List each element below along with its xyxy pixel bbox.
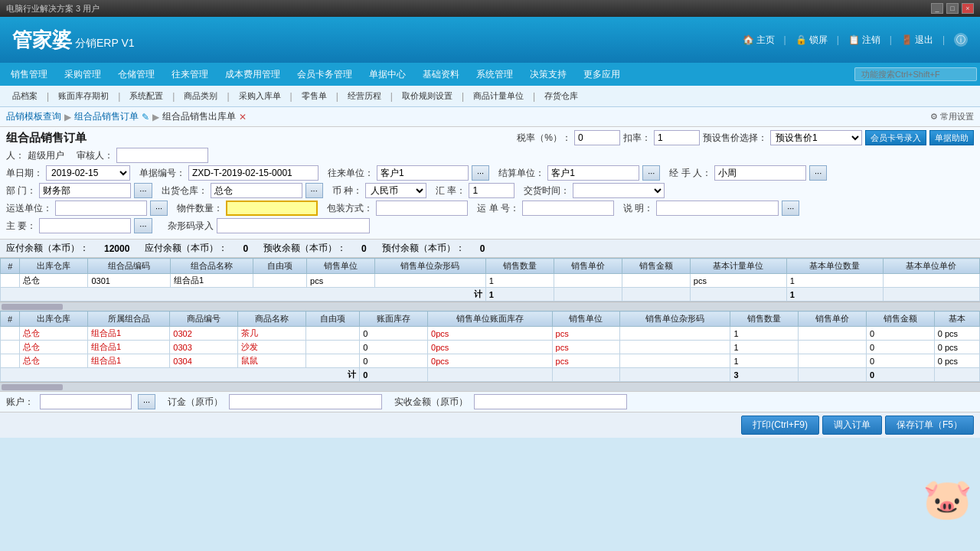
warehouse-btn[interactable]: ···	[305, 183, 323, 198]
sub-item-4[interactable]: 采购入库单	[233, 89, 287, 103]
lock-btn[interactable]: 🔒 锁屏	[795, 34, 828, 47]
lower-col-no: #	[1, 311, 20, 327]
docno-input[interactable]	[188, 165, 318, 181]
sub-item-2[interactable]: 系统配置	[123, 89, 169, 103]
menu-purchase[interactable]: 采购管理	[57, 65, 109, 84]
tax-input[interactable]	[574, 130, 620, 145]
page-title: 组合品销售订单	[6, 131, 87, 145]
packaging-input[interactable]	[376, 201, 468, 216]
menu-more[interactable]: 更多应用	[576, 65, 628, 84]
settlement-btn[interactable]: ···	[642, 165, 660, 181]
menu-search-input[interactable]	[854, 67, 977, 81]
sub-item-7[interactable]: 取价规则设置	[396, 89, 459, 103]
upper-scrollbar-thumb[interactable]	[2, 304, 63, 310]
account-input[interactable]	[40, 394, 132, 409]
shipping-unit-label: 运送单位：	[6, 202, 52, 215]
transaction-time-select[interactable]	[573, 183, 665, 198]
form-row-3: 部 门： ··· 出货仓库： ··· 币 种： 人民币 汇 率： 交货时间：	[6, 183, 974, 198]
actual-amount-input[interactable]	[474, 394, 627, 409]
pre-payable-value: 0	[480, 243, 485, 254]
note-btn[interactable]: 📋 注销	[848, 34, 880, 47]
account-btn[interactable]: ···	[138, 394, 155, 409]
menu-decision[interactable]: 决策支持	[522, 65, 574, 84]
req-input[interactable]	[39, 218, 131, 233]
info-btn[interactable]: ⓘ	[954, 33, 968, 47]
minimize-btn[interactable]: _	[931, 3, 943, 14]
shipping-unit-input[interactable]	[55, 201, 147, 216]
breadcrumb-0[interactable]: 品销模板查询	[6, 110, 61, 123]
breadcrumb-1[interactable]: 组合品销售订单	[74, 110, 139, 123]
currency-select[interactable]: 人民币	[365, 183, 426, 198]
barcode-input[interactable]	[217, 218, 370, 233]
dept-input[interactable]	[39, 183, 131, 198]
settlement-input[interactable]	[547, 165, 639, 181]
breadcrumb-close-icon[interactable]: ✕	[239, 112, 247, 122]
logo-text: 管家婆	[12, 27, 72, 54]
handler-input[interactable]	[714, 165, 806, 181]
print-btn[interactable]: 打印(Ctrl+F9)	[741, 416, 819, 435]
upper-total-row: 计 1 1	[1, 288, 980, 302]
handler-btn[interactable]: ···	[809, 165, 827, 181]
remark-input[interactable]	[656, 201, 779, 216]
upper-table: # 出库仓库 组合品编码 组合品名称 自由项 销售单位 销售单位杂形码 销售数量…	[0, 258, 980, 302]
sub-item-1[interactable]: 账面库存期初	[52, 89, 115, 103]
note-label: 注销	[862, 34, 880, 47]
menu-transactions[interactable]: 往来管理	[164, 65, 216, 84]
price-select-label: 预设售价选择：	[703, 132, 767, 145]
discount-input[interactable]	[654, 130, 700, 145]
shipping-unit-btn[interactable]: ···	[150, 201, 168, 216]
receivable-label: 应付余额（本币）：	[145, 242, 227, 255]
receivable-value: 0	[243, 243, 248, 254]
help-btn[interactable]: 单据助助	[929, 130, 974, 145]
app-header: 管家婆 分销ERP V1 🏠 主页 | 🔒 锁屏 | 📋 注销 | 🚪 退出 |…	[0, 17, 980, 63]
dept-btn[interactable]: ···	[134, 183, 152, 198]
order-amount-input[interactable]	[229, 394, 382, 409]
upper-col-qty: 销售数量	[485, 259, 554, 274]
user-value: 超级用户	[28, 149, 64, 162]
exchange-input[interactable]	[469, 183, 514, 198]
price-select[interactable]: 预设售价1	[770, 130, 862, 145]
menu-member[interactable]: 会员卡务管理	[289, 65, 360, 84]
upper-col-base-price: 基本单位单价	[883, 259, 979, 274]
sub-toolbar: 品档案 | 账面库存期初 | 系统配置 | 商品类别 | 采购入库单 | 零售单…	[0, 86, 980, 107]
remark-btn[interactable]: ···	[782, 201, 799, 216]
warehouse-input[interactable]	[211, 183, 302, 198]
sub-item-0[interactable]: 品档案	[6, 89, 44, 103]
menu-system[interactable]: 系统管理	[469, 65, 521, 84]
form-area: 组合品销售订单 税率（%）： 扣率： 预设售价选择： 预设售价1 会员卡号录入 …	[0, 127, 980, 240]
sub-item-3[interactable]: 商品类别	[178, 89, 224, 103]
settings-btn[interactable]: ⚙ 常用设置	[930, 111, 974, 122]
menu-basic[interactable]: 基础资料	[415, 65, 467, 84]
maximize-btn[interactable]: □	[946, 3, 959, 14]
menu-voucher[interactable]: 单据中心	[361, 65, 413, 84]
counterparty-btn[interactable]: ···	[472, 165, 489, 181]
member-card-btn[interactable]: 会员卡号录入	[865, 130, 926, 145]
audit-input[interactable]	[116, 148, 208, 163]
sub-item-6[interactable]: 经营历程	[341, 89, 387, 103]
menu-sales[interactable]: 销售管理	[3, 65, 55, 84]
date-select[interactable]: 2019-02-15	[46, 165, 130, 181]
parts-qty-input[interactable]	[226, 201, 318, 216]
header-nav: 🏠 主页 | 🔒 锁屏 | 📋 注销 | 🚪 退出 | ⓘ	[743, 33, 969, 47]
counterparty-input[interactable]	[377, 165, 469, 181]
home-btn[interactable]: 🏠 主页	[743, 34, 775, 47]
save-btn[interactable]: 保存订单（F5）	[885, 416, 974, 435]
breadcrumb-bar: 品销模板查询 ▶ 组合品销售订单 ✎ ▶ 组合品销售出库单 ✕ ⚙ 常用设置	[0, 107, 980, 127]
lower-scrollbar-thumb[interactable]	[2, 384, 63, 390]
sub-item-8[interactable]: 商品计量单位	[467, 89, 530, 103]
req-btn[interactable]: ···	[134, 218, 152, 233]
import-btn[interactable]: 调入订单	[822, 416, 882, 435]
sub-item-9[interactable]: 存货仓库	[538, 89, 584, 103]
shipping-no-input[interactable]	[522, 201, 614, 216]
upper-scrollbar[interactable]	[0, 302, 980, 311]
settlement-label: 结算单位：	[498, 167, 544, 180]
exit-btn[interactable]: 🚪 退出	[901, 34, 933, 47]
lower-scrollbar[interactable]	[0, 382, 980, 391]
menu-warehouse[interactable]: 仓储管理	[110, 65, 162, 84]
upper-col-price: 销售单价	[554, 259, 622, 274]
close-btn[interactable]: ×	[962, 3, 974, 14]
lower-col-free: 自由项	[305, 311, 359, 327]
sub-item-5[interactable]: 零售单	[296, 89, 333, 103]
menu-cost[interactable]: 成本费用管理	[217, 65, 288, 84]
payable-label: 应付余额（本币）：	[6, 242, 89, 255]
